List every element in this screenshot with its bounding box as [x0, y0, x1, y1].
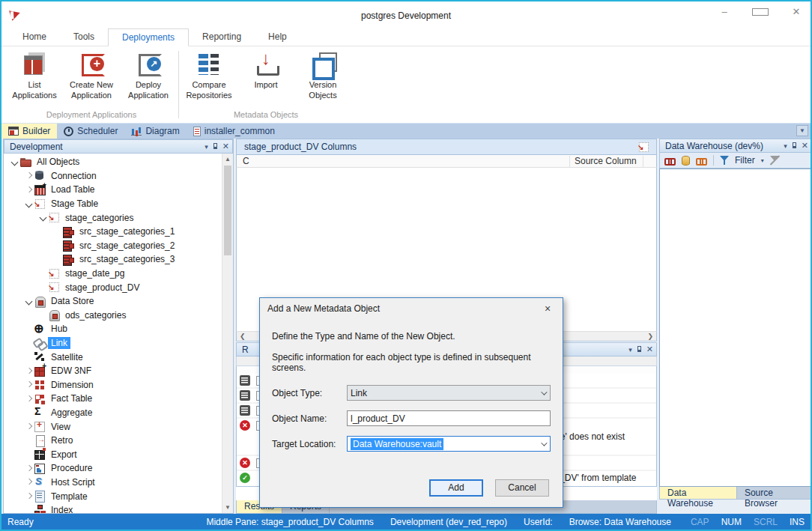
ribbon-button-version[interactable]: Version Objects [294, 49, 351, 104]
ribbon-button-list-apps[interactable]: List Applications [6, 49, 63, 104]
tree-item-all-objects[interactable]: All Objects [4, 155, 222, 169]
chevron-right-icon[interactable] [24, 464, 34, 473]
scroll-left-icon[interactable]: ❮ [240, 333, 246, 340]
menu-tab-tools[interactable]: Tools [60, 28, 108, 46]
object-type-select[interactable]: Link [347, 385, 551, 401]
view-tab-installer_common[interactable]: installer_common [187, 124, 282, 139]
browse-icon[interactable] [664, 157, 676, 164]
tree-item-procedure[interactable]: Procedure [4, 461, 222, 476]
filter-icon[interactable] [720, 156, 729, 166]
tree-scrollbar[interactable]: ▲ ▼ [222, 154, 233, 513]
panel-menu-icon[interactable]: ▾ [784, 142, 787, 150]
view-tab-builder[interactable]: Builder [1, 124, 57, 139]
chevron-right-icon[interactable] [24, 185, 34, 195]
ribbon-button-import[interactable]: Import [237, 49, 294, 94]
tree-item-label: Hub [48, 323, 70, 335]
database-icon[interactable] [682, 156, 690, 166]
tree-item-connection[interactable]: Connection [4, 169, 222, 183]
ribbon-button-compare[interactable]: Compare Repositories [181, 49, 237, 104]
menu-tab-help[interactable]: Help [255, 28, 300, 46]
scroll-down-icon[interactable]: ▼ [222, 502, 233, 513]
close-button[interactable]: ✕ [788, 6, 805, 18]
facttable-icon [34, 393, 46, 404]
cancel-button[interactable]: Cancel [495, 479, 549, 497]
chevron-right-icon[interactable] [24, 394, 34, 404]
tree-item-src-stage-categories-2[interactable]: src_stage_categories_2 [4, 239, 222, 253]
tree-item-dimension[interactable]: Dimension [4, 378, 222, 392]
scroll-up-icon[interactable]: ▲ [222, 154, 233, 165]
menu-tab-home[interactable]: Home [9, 28, 60, 46]
browse-source-icon[interactable] [696, 157, 707, 164]
tree-item-load-table[interactable]: Load Table [4, 183, 222, 197]
menu-tab-deployments[interactable]: Deployments [108, 28, 189, 46]
tab-data-warehouse[interactable]: Data Warehouse [660, 487, 737, 499]
chevron-down-icon[interactable] [10, 157, 19, 167]
chevron-right-icon[interactable] [24, 380, 34, 389]
tree-item-retro[interactable]: Retro [4, 434, 222, 448]
chevron-right-icon[interactable] [24, 491, 34, 501]
tree-item-hub[interactable]: Hub [4, 322, 222, 336]
minimize-button[interactable]: – [716, 6, 733, 18]
source-column-header[interactable]: Source Column [569, 156, 643, 167]
chevron-right-icon[interactable] [24, 366, 34, 376]
filter-dropdown-icon[interactable]: ▾ [761, 157, 764, 164]
pin-icon[interactable] [213, 143, 217, 149]
chevron-right-icon[interactable] [24, 477, 34, 487]
chevron-right-icon[interactable] [24, 422, 34, 431]
scroll-thumb[interactable] [224, 166, 231, 255]
target-location-select[interactable]: Data Warehouse:vault [347, 436, 551, 452]
view-tab-diagram[interactable]: Diagram [124, 124, 186, 139]
main-area: Development ▾ ✕ All ObjectsConnectionLoa… [1, 139, 811, 514]
tree-item-fact-table[interactable]: Fact Table [4, 392, 222, 406]
tree-item-stage-date-pg[interactable]: stage_date_pg [4, 267, 222, 281]
tree-item-data-store[interactable]: Data Store [4, 294, 222, 309]
close-icon[interactable]: ✕ [222, 142, 229, 151]
tree-item-satellite[interactable]: Satellite [4, 350, 222, 364]
status-flag-cap: CAP [691, 517, 709, 527]
tree-item-export[interactable]: Export [4, 447, 222, 461]
tree-item-link[interactable]: Link [4, 336, 222, 351]
tree-item-stage-table[interactable]: Stage Table [4, 197, 222, 211]
clear-filter-icon[interactable] [770, 156, 779, 166]
object-type-label: Object Type: [272, 388, 347, 398]
object-name-input[interactable]: l_product_DV [347, 410, 551, 426]
pin-icon[interactable] [793, 142, 796, 148]
chevron-spacer [24, 407, 34, 417]
tab-source-browser[interactable]: Source Browser [737, 487, 811, 499]
dialog-close-icon[interactable]: × [540, 303, 555, 315]
chevron-right-icon[interactable] [24, 171, 34, 180]
filter-button[interactable]: Filter [735, 155, 755, 166]
tree-item-edw-3nf[interactable]: EDW 3NF [4, 364, 222, 378]
tree-item-ods-categories[interactable]: ods_categories [4, 309, 222, 323]
add-button[interactable]: Add [429, 479, 483, 497]
tree-item-host-script[interactable]: Host Script [4, 476, 222, 490]
tree-item-aggregate[interactable]: Aggregate [4, 406, 222, 420]
panel-menu-icon[interactable]: ▾ [204, 143, 208, 151]
column-header-partial[interactable]: C [243, 156, 249, 166]
ribbon-button-create-new[interactable]: Create New Application [63, 49, 120, 104]
menu-tab-reporting[interactable]: Reporting [189, 28, 255, 46]
chevron-down-icon[interactable] [24, 297, 34, 306]
chevron-down-icon[interactable] [24, 199, 34, 209]
close-icon[interactable]: ✕ [646, 345, 653, 354]
maximize-button[interactable] [752, 6, 769, 18]
chevron-down-icon[interactable] [38, 213, 48, 222]
view-tab-scheduler[interactable]: Scheduler [57, 124, 124, 139]
tree-item-view[interactable]: View [4, 419, 222, 434]
tree-item-src-stage-categories-1[interactable]: src_stage_categories_1 [4, 225, 222, 239]
ribbon-button-deploy[interactable]: Deploy Application [120, 49, 177, 104]
create-new-icon [79, 52, 104, 76]
tree-item-stage-product-dv[interactable]: stage_product_DV [4, 280, 222, 294]
tree-item-stage-categories[interactable]: stage_categories [4, 210, 222, 225]
status-browse: Browse: Data Warehouse [569, 517, 671, 527]
dialog-title-bar[interactable]: Add a New Metadata Object × [260, 298, 563, 319]
scroll-right-icon[interactable]: ❯ [647, 333, 653, 340]
chevron-spacer [24, 324, 34, 334]
tab-list-dropdown-icon[interactable]: ▼ [796, 125, 808, 136]
pin-icon[interactable] [637, 346, 641, 352]
tree-item-index[interactable]: Index [4, 503, 222, 513]
tree-item-template[interactable]: Template [4, 489, 222, 503]
close-icon[interactable]: ✕ [802, 141, 808, 151]
panel-menu-icon[interactable]: ▾ [628, 346, 632, 354]
tree-item-src-stage-categories-3[interactable]: src_stage_categories_3 [4, 252, 222, 267]
